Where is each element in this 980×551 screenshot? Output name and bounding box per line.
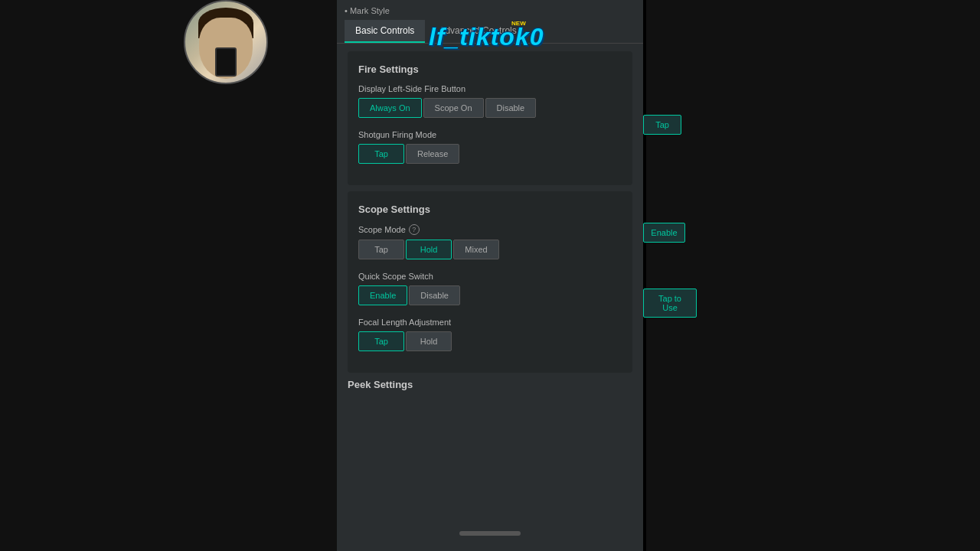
quick-scope-row: Quick Scope Switch Enable Disable: [358, 272, 622, 305]
main-panel: • Mark Style Basic Controls Advanced Con…: [337, 0, 643, 551]
btn-scope-tap[interactable]: Tap: [358, 240, 404, 259]
shotgun-firing-row: Shotgun Firing Mode Tap Release: [358, 130, 622, 164]
tabs-container: Basic Controls Advanced Controls NEW: [345, 20, 635, 43]
scope-mode-group: Tap Hold Mixed: [358, 240, 622, 259]
focal-length-label: Focal Length Adjustment: [358, 318, 622, 327]
fire-settings-section: Fire Settings Display Left-Side Fire But…: [348, 51, 632, 185]
scope-mode-label: Scope Mode ?: [358, 224, 622, 235]
focal-length-group: Tap Hold: [358, 331, 622, 351]
btn-scope-mixed[interactable]: Mixed: [453, 240, 499, 259]
scope-mode-row: Scope Mode ? Tap Hold Mixed: [358, 224, 622, 259]
btn-shotgun-release[interactable]: Release: [406, 144, 459, 164]
peek-settings-section: Peek Settings: [348, 379, 632, 390]
scroll-indicator: [459, 531, 521, 536]
display-left-fire-row: Display Left-Side Fire Button Always On …: [358, 84, 622, 118]
scope-settings-title: Scope Settings: [358, 204, 622, 215]
right-partial-panel: Tap Enable Tap to Use: [643, 50, 674, 318]
btn-camera-enable[interactable]: Enable: [643, 223, 685, 243]
scope-mode-help-icon[interactable]: ?: [409, 224, 420, 235]
shotgun-firing-label: Shotgun Firing Mode: [358, 130, 622, 139]
btn-focal-tap[interactable]: Tap: [358, 331, 404, 351]
tab-advanced-label: Advanced Controls: [439, 25, 516, 36]
scope-settings-section: Scope Settings Scope Mode ? Tap Hold Mix…: [348, 191, 632, 373]
shotgun-firing-group: Tap Release: [358, 144, 622, 164]
btn-shotgun-tap[interactable]: Tap: [358, 144, 404, 164]
tab-advanced-controls[interactable]: Advanced Controls NEW: [428, 20, 527, 43]
btn-always-on[interactable]: Always On: [358, 98, 422, 118]
settings-header: • Mark Style Basic Controls Advanced Con…: [337, 0, 643, 44]
settings-body: Fire Settings Display Left-Side Fire But…: [337, 44, 643, 541]
btn-bolt-tap[interactable]: Tap: [643, 115, 681, 135]
btn-scope-hold[interactable]: Hold: [406, 240, 452, 259]
quick-scope-label: Quick Scope Switch: [358, 272, 622, 281]
tab-basic-label: Basic Controls: [355, 25, 414, 36]
fire-settings-title: Fire Settings: [358, 64, 622, 75]
btn-focal-hold[interactable]: Hold: [406, 331, 452, 351]
left-panel: [0, 0, 337, 551]
btn-canted-tap-to-use[interactable]: Tap to Use: [643, 289, 697, 318]
display-left-fire-label: Display Left-Side Fire Button: [358, 84, 622, 93]
tab-basic-controls[interactable]: Basic Controls: [345, 20, 425, 43]
mark-style-label: • Mark Style: [345, 6, 635, 15]
display-left-fire-group: Always On Scope On Disable: [358, 98, 622, 118]
focal-length-row: Focal Length Adjustment Tap Hold: [358, 318, 622, 351]
btn-quick-scope-disable[interactable]: Disable: [409, 285, 460, 305]
peek-settings-title: Peek Settings: [348, 379, 632, 390]
new-badge: NEW: [511, 20, 526, 27]
btn-disable-fire[interactable]: Disable: [485, 98, 537, 118]
screen-wrapper: • Mark Style Basic Controls Advanced Con…: [0, 0, 980, 551]
quick-scope-group: Enable Disable: [358, 285, 622, 305]
btn-quick-scope-enable[interactable]: Enable: [358, 285, 407, 305]
btn-scope-on[interactable]: Scope On: [423, 98, 484, 118]
right-panel: [646, 0, 980, 551]
